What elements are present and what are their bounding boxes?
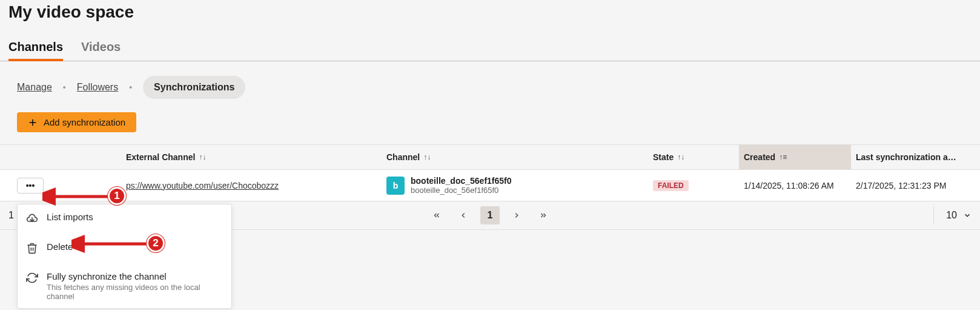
col-created-label: Created [744,152,775,162]
pager: 1 [427,206,553,224]
col-last-sync-label: Last synchronization a… [856,152,956,162]
page-size-select[interactable]: 10 [933,206,972,224]
channel-handle: booteille_doc_56ef1f65f0 [411,186,512,195]
col-actions [0,150,121,164]
dropdown-delete[interactable]: Delete [18,234,231,264]
channel-name[interactable]: booteille_doc_56ef1f65f0 [411,176,512,186]
col-created[interactable]: Created ↑≡ [739,145,851,169]
pager-last[interactable] [534,206,553,224]
trash-icon [26,242,38,257]
dropdown-list-imports-label: List imports [47,212,93,222]
refresh-icon [26,272,38,286]
sort-icon: ↑↓ [199,153,206,161]
cell-external-channel: ps://www.youtube.com/user/Chocobozzz [121,175,382,197]
cell-created: 1/14/2025, 11:08:26 AM [739,175,851,197]
add-synchronization-label: Add synchronization [44,117,125,127]
dropdown-full-sync-desc: This fetches any missing videos on the l… [47,283,223,301]
page-title: My video space [0,2,980,28]
ellipsis-icon: ••• [26,181,35,190]
cell-actions: ••• [0,172,121,200]
external-channel-link[interactable]: ps://www.youtube.com/user/Chocobozzz [126,181,279,190]
col-state[interactable]: State ↑↓ [648,145,739,169]
subnav-manage[interactable]: Manage [17,82,52,93]
col-external-channel[interactable]: External Channel ↑↓ [121,145,382,169]
pager-next[interactable] [507,206,526,224]
separator-dot: • [63,83,66,92]
page-size-value: 10 [946,210,957,221]
sub-nav: Manage • Followers • Synchronizations [0,61,980,112]
primary-tabs: Channels Videos [0,40,980,61]
subnav-synchronizations[interactable]: Synchronizations [143,76,245,99]
chevron-right-icon [512,211,521,220]
dropdown-full-sync[interactable]: Fully synchronize the channel This fetch… [18,264,231,308]
dropdown-full-sync-label: Fully synchronize the channel [47,271,223,281]
row-actions-button[interactable]: ••• [17,178,44,194]
cloud-download-icon [26,212,38,227]
cell-state: FAILED [648,174,739,197]
chevron-down-icon [963,211,972,220]
col-channel-label: Channel [386,152,420,162]
plus-icon [28,118,38,127]
channel-avatar: b [386,177,405,195]
state-badge-failed: FAILED [653,180,689,191]
tab-videos[interactable]: Videos [81,40,121,61]
channel-text: booteille_doc_56ef1f65f0 booteille_doc_5… [411,176,512,195]
add-synchronization-button[interactable]: Add synchronization [17,112,136,132]
sort-icon: ↑↓ [423,153,431,161]
subnav-followers[interactable]: Followers [77,82,118,93]
table-row: ••• ps://www.youtube.com/user/Chocobozzz… [0,170,980,201]
chevron-left-icon [459,211,468,220]
cell-last-sync: 2/17/2025, 12:31:23 PM [851,175,978,197]
pager-prev[interactable] [454,206,473,224]
col-external-channel-label: External Channel [126,152,195,162]
col-last-sync[interactable]: Last synchronization a… [851,145,978,169]
dropdown-list-imports[interactable]: List imports [18,204,231,234]
pager-page-1[interactable]: 1 [480,206,500,224]
table-header: External Channel ↑↓ Channel ↑↓ State ↑↓ … [0,144,980,170]
cell-channel: b booteille_doc_56ef1f65f0 booteille_doc… [382,170,648,201]
chevrons-left-icon [432,211,441,220]
chevrons-right-icon [539,211,548,220]
row-actions-dropdown: List imports Delete Fully synchronize th… [17,204,232,309]
col-channel[interactable]: Channel ↑↓ [382,145,648,169]
separator-dot: • [129,83,132,92]
col-state-label: State [653,152,674,162]
tab-channels[interactable]: Channels [8,40,63,61]
sort-asc-icon: ↑≡ [779,153,787,161]
dropdown-delete-label: Delete [47,241,73,252]
pager-first[interactable] [427,206,446,224]
sort-icon: ↑↓ [677,153,684,161]
